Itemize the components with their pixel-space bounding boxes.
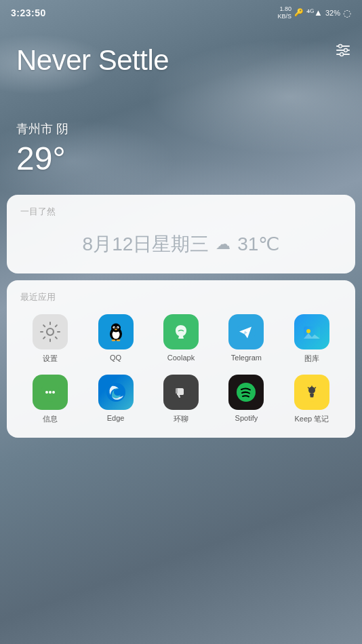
spotify-app-label: Spotify (235, 414, 258, 422)
app-item-messages[interactable]: 信息 (20, 375, 80, 424)
weather-widget[interactable]: 青州市 阴 29° (0, 105, 362, 188)
calendar-date-display: 8月12日星期三 ☁ 31℃ (20, 226, 342, 263)
svg-rect-30 (310, 396, 313, 398)
apps-grid: 设置 (20, 314, 342, 424)
app-item-qq[interactable]: QQ (85, 314, 145, 364)
svg-point-23 (52, 391, 55, 394)
network-speed: 1.80KB/S (278, 5, 292, 20)
svg-point-6 (47, 328, 54, 335)
calendar-date-text: 8月12日星期三 (83, 231, 209, 257)
coolapk-app-icon[interactable] (163, 314, 199, 349)
svg-point-9 (111, 323, 121, 332)
cards-container: 一目了然 8月12日星期三 ☁ 31℃ 最近应用 设置 (0, 195, 362, 438)
status-right-icons: 1.80KB/S 🔑 ⁴ᴳ▲ 32% ◌ (278, 5, 351, 20)
recent-apps-card: 最近应用 设置 (7, 280, 355, 438)
svg-point-29 (308, 387, 315, 394)
battery-icon: ◌ (343, 7, 351, 18)
battery-text: 32% (325, 9, 340, 17)
telegram-app-label: Telegram (231, 354, 262, 362)
qq-app-icon[interactable] (98, 314, 134, 349)
svg-point-15 (111, 339, 115, 341)
keep-app-label: Keep 笔记 (294, 414, 329, 424)
app-item-keep[interactable]: Keep 笔记 (282, 375, 342, 424)
qq-app-label: QQ (110, 354, 121, 362)
svg-point-21 (45, 391, 48, 394)
app-item-edge[interactable]: Edge (85, 375, 145, 424)
app-item-spotify[interactable]: Spotify (216, 375, 276, 424)
gallery-app-label: 图库 (304, 354, 319, 364)
spotify-app-icon[interactable] (228, 375, 264, 410)
edge-app-label: Edge (107, 414, 125, 422)
huanjie-app-label: 环聊 (174, 414, 188, 424)
edge-app-icon[interactable] (98, 375, 134, 410)
keep-app-icon[interactable] (294, 375, 329, 410)
settings-app-label: 设置 (43, 354, 58, 364)
messages-app-label: 信息 (43, 414, 58, 424)
telegram-app-icon[interactable] (228, 314, 264, 349)
app-item-gallery[interactable]: 图库 (282, 314, 342, 364)
app-item-telegram[interactable]: Telegram (216, 314, 276, 364)
svg-point-12 (113, 327, 115, 328)
huanjie-app-icon[interactable] (163, 375, 199, 410)
coolapk-app-label: Coolapk (167, 354, 195, 362)
svg-point-14 (115, 328, 117, 330)
weather-cloud-icon: ☁ (216, 235, 230, 253)
app-item-coolapk[interactable]: Coolapk (151, 314, 211, 364)
calendar-card-title: 一目了然 (20, 206, 342, 218)
messages-app-icon[interactable] (33, 375, 68, 410)
svg-point-13 (117, 327, 118, 328)
signal-icon: ⁴ᴳ▲ (306, 7, 323, 18)
calendar-temp: 31℃ (237, 233, 279, 255)
gallery-app-icon[interactable] (294, 314, 329, 349)
svg-rect-26 (176, 388, 178, 394)
app-item-huanjie[interactable]: 环聊 (151, 375, 211, 424)
svg-point-19 (306, 329, 310, 333)
recent-apps-title: 最近应用 (20, 291, 342, 303)
status-time: 3:23:50 (11, 7, 46, 18)
settings-app-icon[interactable] (33, 314, 68, 349)
key-icon: 🔑 (294, 8, 304, 17)
weather-temperature: 29° (16, 140, 346, 177)
app-item-settings[interactable]: 设置 (20, 314, 80, 364)
calendar-card[interactable]: 一目了然 8月12日星期三 ☁ 31℃ (7, 195, 355, 273)
weather-location: 青州市 阴 (16, 121, 346, 137)
status-bar: 3:23:50 1.80KB/S 🔑 ⁴ᴳ▲ 32% ◌ (0, 0, 362, 23)
slogan: Never Settle (0, 43, 362, 77)
svg-point-16 (116, 339, 120, 341)
svg-point-22 (49, 391, 52, 394)
